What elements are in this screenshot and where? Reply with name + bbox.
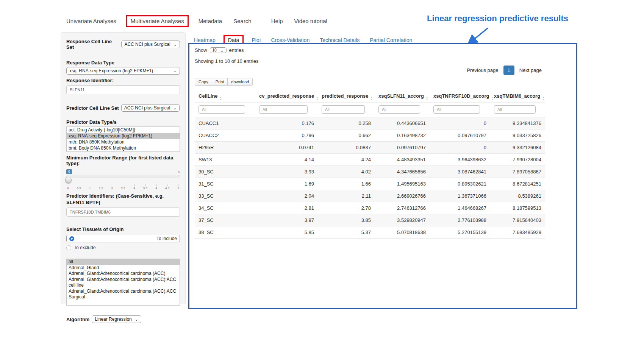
cell-line-cell: 30_SC (195, 166, 255, 178)
value-cell: 1.66 (318, 178, 375, 190)
table-row: 30_SC3.934.024.3476656563.0874628417.897… (195, 166, 545, 178)
slider-tick: 2 (111, 184, 113, 190)
tissue-option[interactable]: Adrenal_Gland:Adrenocortical carcinoma (… (67, 271, 180, 277)
tissue-option[interactable]: Adrenal_Gland:Adrenocortical carcinoma (… (67, 277, 180, 289)
tab-cross-validation[interactable]: Cross-Validation (271, 37, 310, 43)
tab-technical-details[interactable]: Technical Details (320, 37, 360, 43)
min-predictor-range-slider[interactable]: 0 5 00.511.522.533.544.55 (66, 169, 180, 192)
value-cell: 0 (430, 117, 490, 130)
value-cell: 3.529820947 (375, 214, 430, 226)
page-length-select[interactable]: 10 ⌄ (210, 47, 227, 53)
response-cell-line-set-label: Response Cell Line Set (66, 39, 119, 50)
tissue-origin-label: Select Tissue/s of Origin (66, 226, 180, 232)
slider-tick: 2.5 (121, 184, 125, 190)
predictor-cell-line-set-label: Predictor Cell Line Set (66, 105, 119, 111)
value-cell: 0.097610797 (375, 142, 430, 154)
predictor-data-type-label: Predictor Data Type/s (66, 119, 180, 125)
download-button[interactable]: download (227, 78, 253, 86)
filter-input-cv_predicted_response[interactable] (259, 105, 308, 114)
nav-help[interactable]: Help (271, 18, 283, 24)
value-cell: 9.234841376 (490, 117, 545, 130)
previous-page-button[interactable]: Previous page (463, 66, 502, 75)
value-cell: 7.683485929 (490, 226, 545, 239)
value-cell: 7.897058867 (490, 166, 545, 178)
column-header-predicted_response[interactable]: predicted_response▲▼ (318, 90, 375, 103)
results-table: CellLine▲▼cv_predicted_response▲▼predict… (195, 90, 545, 239)
radio-to-include[interactable]: To include (66, 235, 180, 242)
nav-video-tutorial[interactable]: Video tutorial (294, 18, 327, 24)
table-row: 37_SC3.973.853.5298209472.7761039887.915… (195, 214, 545, 226)
filter-input-xsqTNFRSF10D_accorg[interactable] (433, 105, 480, 114)
tissue-option[interactable]: Adrenal_Gland (67, 265, 180, 271)
cell-line-cell: CUACC2 (195, 130, 255, 142)
top-nav: Univariate Analyses Multivariate Analyse… (66, 15, 327, 27)
predictor-data-type-option[interactable]: act: Drug Activity (-log10[IC50M]) (67, 127, 180, 133)
value-cell: 3.97 (255, 214, 318, 226)
value-cell: 2.11 (318, 190, 375, 202)
slider-handle[interactable] (65, 177, 72, 183)
nav-univariate-analyses[interactable]: Univariate Analyses (66, 18, 116, 24)
value-cell: 5.070818638 (375, 226, 430, 239)
predictor-data-type-option[interactable]: xsq: RNA-seq Expression (log2 FPKM+1) (67, 133, 180, 139)
tab-heatmap[interactable]: Heatmap (194, 37, 216, 43)
value-cell: 9.033725826 (490, 130, 545, 142)
slider-track[interactable] (66, 175, 180, 178)
value-cell: 3.93 (255, 166, 318, 178)
cell-line-cell: 37_SC (195, 214, 255, 226)
value-cell: 3.087462841 (430, 166, 490, 178)
page-1-button[interactable]: 1 (503, 66, 514, 75)
predictor-data-type-option[interactable]: mth: DNA 850K Methylation (67, 139, 180, 145)
filter-input-predicted_response[interactable] (322, 105, 365, 114)
sort-icon: ▲▼ (220, 96, 222, 100)
filter-input-xsqTMBIM6_accorg[interactable] (494, 105, 536, 114)
predictor-identifiers-input[interactable] (66, 208, 180, 217)
value-cell: 0.443606651 (375, 117, 430, 130)
next-page-button[interactable]: Next page (516, 66, 545, 75)
response-data-type-select[interactable]: xsq: RNA-seq Expression (log2 FPKM+1) ⌄ (66, 67, 180, 75)
radio-selected-icon (69, 236, 74, 241)
column-header-xsqTMBIM6_accorg[interactable]: xsqTMBIM6_accorg▲▼ (490, 90, 545, 103)
value-cell: 7.990728004 (490, 154, 545, 166)
predictor-cell-line-set-select[interactable]: ACC NCI plus Surgical ⌄ (121, 104, 180, 112)
column-header-CellLine[interactable]: CellLine▲▼ (195, 90, 255, 103)
filter-input-CellLine[interactable] (199, 105, 245, 114)
predictor-data-type-option[interactable]: bmt: Body DNA 850K Methylation (67, 145, 180, 151)
value-cell: 5.37 (318, 226, 375, 239)
tissue-list: allAdrenal_GlandAdrenal_Gland:Adrenocort… (66, 259, 180, 306)
value-cell: 0.796 (255, 130, 318, 142)
filter-input-xsqSLFN11_accorg[interactable] (378, 105, 420, 114)
chevron-down-icon: ⌄ (174, 43, 177, 46)
tab-plot[interactable]: Plot (252, 37, 261, 43)
value-cell: 0.163498732 (375, 130, 430, 142)
nav-multivariate-analyses[interactable]: Multivariate Analyses (126, 15, 189, 27)
copy-button[interactable]: Copy (195, 78, 212, 86)
value-cell: 4.14 (255, 154, 318, 166)
nav-metadata[interactable]: Metadata (199, 18, 222, 24)
slider-tick: 4.5 (165, 184, 169, 190)
algorithm-select[interactable]: Linear Regression ⌄ (92, 315, 141, 323)
annotation-text: Linear regression predictive results (405, 14, 568, 23)
slider-tick: 1 (89, 184, 91, 190)
column-header-xsqSLFN11_accorg[interactable]: xsqSLFN11_accorg▲▼ (375, 90, 430, 103)
chevron-down-icon: ⌄ (135, 318, 138, 321)
value-cell: 7.915640403 (490, 214, 545, 226)
show-label: Show (195, 47, 207, 53)
slider-max-label: 5 (178, 170, 180, 174)
response-identifier-input[interactable] (66, 85, 180, 94)
tab-partial-correlation[interactable]: Partial Correlation (370, 37, 412, 43)
value-cell: 8.672814251 (490, 178, 545, 190)
radio-to-exclude[interactable]: To exclude (66, 245, 180, 250)
showing-entries-text: Showing 1 to 10 of 10 entries (195, 58, 545, 64)
tissue-option[interactable]: all (67, 259, 180, 265)
nav-search[interactable]: Search (233, 18, 252, 24)
algorithm-label: Algorithm (66, 317, 89, 322)
slider-tick: 0 (67, 184, 69, 190)
column-header-cv_predicted_response[interactable]: cv_predicted_response▲▼ (255, 90, 318, 103)
column-header-xsqTNFRSF10D_accorg[interactable]: xsqTNFRSF10D_accorg▲▼ (430, 90, 490, 103)
response-cell-line-set-select[interactable]: ACC NCI plus Surgical ⌄ (121, 41, 180, 48)
tissue-option[interactable]: Adrenal_Gland:Adrenocortical carcinoma (… (67, 289, 180, 300)
cell-line-cell: 33_SC (195, 190, 255, 202)
print-button[interactable]: Print (212, 78, 228, 86)
slider-tick: 3 (133, 184, 135, 190)
cell-line-cell: SW13 (195, 154, 255, 166)
